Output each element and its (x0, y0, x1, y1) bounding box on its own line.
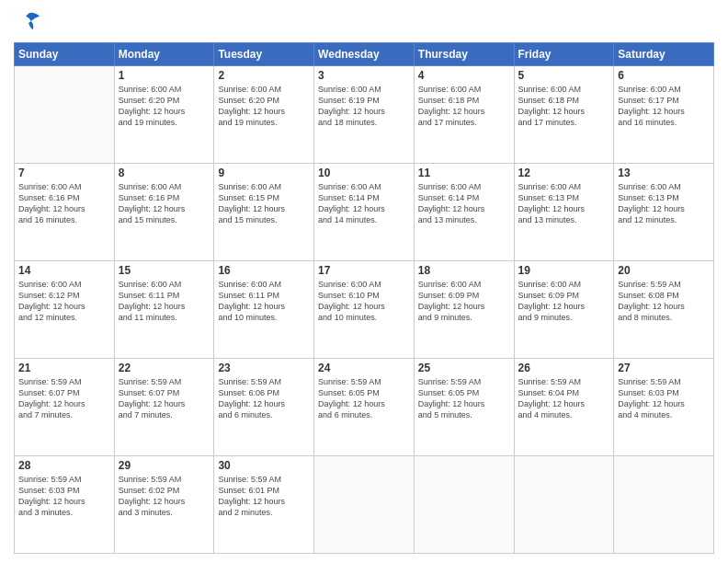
day-info: Sunrise: 6:00 AM Sunset: 6:12 PM Dayligh… (18, 279, 110, 324)
day-info: Sunrise: 6:00 AM Sunset: 6:11 PM Dayligh… (119, 279, 210, 324)
weekday-header-tuesday: Tuesday (214, 43, 314, 66)
day-info: Sunrise: 6:00 AM Sunset: 6:15 PM Dayligh… (218, 181, 310, 226)
day-number: 24 (318, 362, 410, 374)
calendar-week-1: 1Sunrise: 6:00 AM Sunset: 6:20 PM Daylig… (15, 66, 714, 164)
calendar-week-3: 14Sunrise: 6:00 AM Sunset: 6:12 PM Dayli… (15, 261, 714, 359)
day-number: 19 (518, 264, 610, 277)
logo (14, 9, 41, 35)
day-number: 28 (18, 459, 110, 472)
day-number: 6 (618, 69, 710, 82)
day-number: 22 (119, 362, 210, 374)
calendar-cell (15, 66, 115, 164)
weekday-header-row: SundayMondayTuesdayWednesdayThursdayFrid… (15, 43, 714, 66)
weekday-header-sunday: Sunday (15, 43, 115, 66)
calendar-cell (314, 456, 415, 554)
calendar-cell: 15Sunrise: 6:00 AM Sunset: 6:11 PM Dayli… (114, 261, 214, 359)
calendar-cell: 14Sunrise: 6:00 AM Sunset: 6:12 PM Dayli… (15, 261, 115, 359)
weekday-header-thursday: Thursday (414, 43, 514, 66)
calendar-cell: 24Sunrise: 5:59 AM Sunset: 6:05 PM Dayli… (314, 359, 415, 456)
day-info: Sunrise: 5:59 AM Sunset: 6:04 PM Dayligh… (518, 376, 610, 421)
day-info: Sunrise: 6:00 AM Sunset: 6:20 PM Dayligh… (119, 84, 210, 129)
calendar-cell: 3Sunrise: 6:00 AM Sunset: 6:19 PM Daylig… (314, 66, 415, 164)
day-info: Sunrise: 5:59 AM Sunset: 6:07 PM Dayligh… (18, 376, 110, 421)
day-number: 26 (518, 362, 610, 374)
calendar-cell: 8Sunrise: 6:00 AM Sunset: 6:16 PM Daylig… (114, 164, 214, 261)
calendar-cell: 30Sunrise: 5:59 AM Sunset: 6:01 PM Dayli… (214, 456, 314, 554)
day-number: 4 (418, 69, 510, 82)
calendar-cell: 10Sunrise: 6:00 AM Sunset: 6:14 PM Dayli… (314, 164, 415, 261)
day-number: 14 (18, 264, 110, 277)
day-info: Sunrise: 6:00 AM Sunset: 6:19 PM Dayligh… (318, 84, 410, 129)
day-number: 7 (18, 167, 110, 179)
day-info: Sunrise: 5:59 AM Sunset: 6:03 PM Dayligh… (618, 376, 710, 421)
day-number: 2 (218, 69, 310, 82)
calendar-cell: 25Sunrise: 5:59 AM Sunset: 6:05 PM Dayli… (414, 359, 514, 456)
calendar-cell: 21Sunrise: 5:59 AM Sunset: 6:07 PM Dayli… (15, 359, 115, 456)
day-number: 20 (618, 264, 710, 277)
day-info: Sunrise: 6:00 AM Sunset: 6:09 PM Dayligh… (418, 279, 510, 324)
day-info: Sunrise: 6:00 AM Sunset: 6:14 PM Dayligh… (418, 181, 510, 226)
calendar-cell (614, 456, 714, 554)
day-info: Sunrise: 6:00 AM Sunset: 6:18 PM Dayligh… (418, 84, 510, 129)
calendar-cell: 11Sunrise: 6:00 AM Sunset: 6:14 PM Dayli… (414, 164, 514, 261)
calendar-cell: 12Sunrise: 6:00 AM Sunset: 6:13 PM Dayli… (514, 164, 614, 261)
calendar-table: SundayMondayTuesdayWednesdayThursdayFrid… (14, 42, 714, 554)
day-info: Sunrise: 5:59 AM Sunset: 6:02 PM Dayligh… (119, 474, 210, 519)
day-info: Sunrise: 6:00 AM Sunset: 6:17 PM Dayligh… (618, 84, 710, 129)
day-number: 8 (119, 167, 210, 179)
day-info: Sunrise: 5:59 AM Sunset: 6:03 PM Dayligh… (18, 474, 110, 519)
weekday-header-wednesday: Wednesday (314, 43, 415, 66)
calendar-cell: 13Sunrise: 6:00 AM Sunset: 6:13 PM Dayli… (614, 164, 714, 261)
calendar-cell: 19Sunrise: 6:00 AM Sunset: 6:09 PM Dayli… (514, 261, 614, 359)
day-info: Sunrise: 6:00 AM Sunset: 6:09 PM Dayligh… (518, 279, 610, 324)
calendar-cell: 7Sunrise: 6:00 AM Sunset: 6:16 PM Daylig… (15, 164, 115, 261)
day-info: Sunrise: 5:59 AM Sunset: 6:06 PM Dayligh… (218, 376, 310, 421)
day-info: Sunrise: 6:00 AM Sunset: 6:16 PM Dayligh… (119, 181, 210, 226)
calendar-cell (514, 456, 614, 554)
day-number: 3 (318, 69, 410, 82)
day-number: 21 (18, 362, 110, 374)
weekday-header-monday: Monday (114, 43, 214, 66)
calendar-cell: 5Sunrise: 6:00 AM Sunset: 6:18 PM Daylig… (514, 66, 614, 164)
day-number: 18 (418, 264, 510, 277)
calendar-cell: 23Sunrise: 5:59 AM Sunset: 6:06 PM Dayli… (214, 359, 314, 456)
calendar-cell: 17Sunrise: 6:00 AM Sunset: 6:10 PM Dayli… (314, 261, 415, 359)
day-number: 17 (318, 264, 410, 277)
calendar-cell: 16Sunrise: 6:00 AM Sunset: 6:11 PM Dayli… (214, 261, 314, 359)
day-number: 13 (618, 167, 710, 179)
day-info: Sunrise: 6:00 AM Sunset: 6:20 PM Dayligh… (218, 84, 310, 129)
day-number: 10 (318, 167, 410, 179)
day-number: 11 (418, 167, 510, 179)
day-info: Sunrise: 6:00 AM Sunset: 6:18 PM Dayligh… (518, 84, 610, 129)
calendar-cell (414, 456, 514, 554)
calendar-cell: 22Sunrise: 5:59 AM Sunset: 6:07 PM Dayli… (114, 359, 214, 456)
day-info: Sunrise: 5:59 AM Sunset: 6:05 PM Dayligh… (318, 376, 410, 421)
calendar-cell: 6Sunrise: 6:00 AM Sunset: 6:17 PM Daylig… (614, 66, 714, 164)
day-info: Sunrise: 5:59 AM Sunset: 6:08 PM Dayligh… (618, 279, 710, 324)
day-info: Sunrise: 5:59 AM Sunset: 6:07 PM Dayligh… (119, 376, 210, 421)
weekday-header-friday: Friday (514, 43, 614, 66)
calendar-week-2: 7Sunrise: 6:00 AM Sunset: 6:16 PM Daylig… (15, 164, 714, 261)
calendar-cell: 29Sunrise: 5:59 AM Sunset: 6:02 PM Dayli… (114, 456, 214, 554)
day-number: 12 (518, 167, 610, 179)
calendar-cell: 9Sunrise: 6:00 AM Sunset: 6:15 PM Daylig… (214, 164, 314, 261)
day-number: 15 (119, 264, 210, 277)
day-number: 25 (418, 362, 510, 374)
weekday-header-saturday: Saturday (614, 43, 714, 66)
calendar-cell: 18Sunrise: 6:00 AM Sunset: 6:09 PM Dayli… (414, 261, 514, 359)
calendar-cell: 2Sunrise: 6:00 AM Sunset: 6:20 PM Daylig… (214, 66, 314, 164)
calendar-cell: 28Sunrise: 5:59 AM Sunset: 6:03 PM Dayli… (15, 456, 115, 554)
day-number: 1 (119, 69, 210, 82)
calendar-cell: 27Sunrise: 5:59 AM Sunset: 6:03 PM Dayli… (614, 359, 714, 456)
page: SundayMondayTuesdayWednesdayThursdayFrid… (0, 0, 728, 563)
day-info: Sunrise: 6:00 AM Sunset: 6:13 PM Dayligh… (518, 181, 610, 226)
day-info: Sunrise: 6:00 AM Sunset: 6:11 PM Dayligh… (218, 279, 310, 324)
day-info: Sunrise: 6:00 AM Sunset: 6:13 PM Dayligh… (618, 181, 710, 226)
day-number: 16 (218, 264, 310, 277)
day-number: 29 (119, 459, 210, 472)
calendar-week-4: 21Sunrise: 5:59 AM Sunset: 6:07 PM Dayli… (15, 359, 714, 456)
day-info: Sunrise: 5:59 AM Sunset: 6:01 PM Dayligh… (218, 474, 310, 519)
day-info: Sunrise: 6:00 AM Sunset: 6:10 PM Dayligh… (318, 279, 410, 324)
calendar-cell: 20Sunrise: 5:59 AM Sunset: 6:08 PM Dayli… (614, 261, 714, 359)
header (14, 9, 714, 35)
